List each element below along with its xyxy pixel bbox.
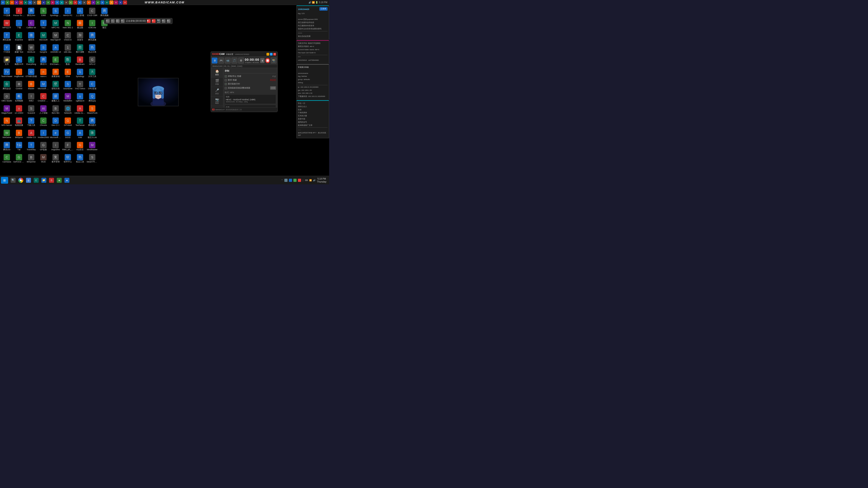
- window-minimize-btn[interactable]: ─: [267, 53, 269, 56]
- top-icon-5[interactable]: ●: [19, 0, 23, 4]
- desktop-icon-mpchc[interactable]: M MPC-HC: [50, 19, 61, 30]
- desktop-icon-tencent20m[interactable]: 腾 腾讯20m: [25, 6, 37, 18]
- bdc-audio-btn[interactable]: 🎵: [231, 58, 237, 64]
- top-icon-10[interactable]: ●: [41, 0, 46, 4]
- desktop-icon-devcpp[interactable]: D Dev C++: [50, 116, 61, 128]
- desktop-icon-yy[interactable]: Y YY直播: [1, 6, 13, 18]
- desktop-icon-teamviewer[interactable]: TV TeamViewer: [1, 67, 13, 79]
- desktop-icon-mediafilm[interactable]: M Mediafilm: [62, 92, 74, 103]
- desktop-icon-camtasia[interactable]: C Camtasia: [1, 153, 13, 164]
- desktop-icon-imgburner[interactable]: I ImgBurner: [13, 67, 25, 79]
- desktop-icon-synology[interactable]: S Synology NAS: [50, 6, 61, 18]
- top-icon-25[interactable]: ●: [110, 0, 114, 4]
- bdc-sidebar-screenshot[interactable]: 📷 截图: [211, 96, 223, 106]
- bdc-checkbox-cursor[interactable]: ✓: [225, 83, 227, 85]
- desktop-icon-adobeacro[interactable]: A Adobe Acrobat: [74, 104, 86, 116]
- desktop-icon-s360[interactable]: S S360: [37, 6, 49, 18]
- desktop-icon-msfonts[interactable]: 微 微软仿: [25, 31, 37, 42]
- top-icon-15[interactable]: ●: [64, 0, 68, 4]
- desktop-icon-escgame[interactable]: E ESCGame EF: [50, 55, 61, 67]
- desktop-icon-ai[interactable]: AI 人工智能: [37, 104, 49, 116]
- top-icon-23[interactable]: ●: [100, 0, 104, 4]
- desktop-icon-creative[interactable]: C Creative Prod: [37, 92, 49, 103]
- top-icon-7[interactable]: ●: [28, 0, 32, 4]
- start-button[interactable]: ⊞: [1, 177, 8, 184]
- rec-crop-btn[interactable]: ✂: [121, 19, 125, 23]
- window-close-btn[interactable]: ✕: [273, 53, 276, 56]
- bdc-game-btn[interactable]: 🎮: [218, 58, 224, 64]
- desktop-icon-focus[interactable]: F Focus-To-Do: [13, 6, 25, 18]
- desktop-icon-otmbs[interactable]: O OTMBS加速: [25, 67, 37, 79]
- desktop-icon-new36g[interactable]: N New 36G 2: [62, 19, 74, 30]
- top-icon-8[interactable]: ●: [33, 0, 37, 4]
- desktop-icon-sanghe[interactable]: S SangHe: [37, 43, 49, 55]
- taskbar-explorer[interactable]: 📁: [40, 177, 48, 184]
- top-icon-11[interactable]: ●: [46, 0, 50, 4]
- desktop-icon-travelsky[interactable]: T TravelSky: [25, 140, 37, 152]
- rec-draw-btn[interactable]: ✏: [162, 19, 165, 23]
- desktop-icon-control[interactable]: ⚙ Control: [13, 79, 25, 91]
- desktop-icon-hottools[interactable]: 热 热点工具: [74, 153, 86, 164]
- desktop-icon-jiasu[interactable]: 加 加速导: [74, 31, 86, 42]
- desktop-icon-tencentimg[interactable]: 腾 腾讯图片: [86, 116, 98, 128]
- top-icon-18[interactable]: ●: [78, 0, 82, 4]
- top-icon-26[interactable]: ●: [114, 0, 118, 4]
- desktop-icon-imgshrs[interactable]: i imgsShrs: [50, 140, 61, 152]
- desktop-icon-qq[interactable]: Q 腾讯QQ: [86, 92, 98, 103]
- desktop-icon-steamthunder[interactable]: S SteamThunder: [86, 153, 98, 164]
- desktop-icon-textdoc[interactable]: 📄 新建 Text: [13, 43, 25, 55]
- desktop-icon-shuxiao[interactable]: 数 数效: [62, 55, 74, 67]
- rec-camera-btn[interactable]: 📷: [157, 19, 160, 23]
- desktop-icon-mindmaster[interactable]: M MindMaster: [86, 140, 98, 152]
- desktop-icon-cru[interactable]: C CRU设置: [86, 79, 98, 91]
- desktop-icon-wps[interactable]: W WPS文字: [1, 19, 13, 30]
- bdc-sidebar-home[interactable]: 🏠 首页: [211, 68, 223, 77]
- desktop-icon-tencent-live[interactable]: T 腾讯直播: [1, 31, 13, 42]
- panel1-login-btn[interactable]: 已登录: [319, 7, 328, 11]
- bdc-settings-btn[interactable]: ⚙: [238, 58, 244, 64]
- desktop-icon-network[interactable]: 🌐 Network: [62, 104, 74, 116]
- bdc-sidebar-record[interactable]: 🎬 录像: [211, 77, 223, 87]
- desktop-icon-invideo[interactable]: I Invideo2000: [37, 128, 49, 140]
- top-icon-14[interactable]: ●: [60, 0, 64, 4]
- top-icon-1[interactable]: ●: [1, 0, 5, 4]
- desktop-icon-checke[interactable]: C Check E: [62, 31, 74, 42]
- desktop-icon-wallpaper[interactable]: 壁 壁纸分类: [50, 79, 61, 91]
- rec-close-btn[interactable]: ✕: [167, 19, 170, 23]
- desktop-icon-adobecs[interactable]: A Adobe CS: [25, 128, 37, 140]
- desktop-icon-git4[interactable]: G GIT4/edi: [62, 116, 74, 128]
- desktop-icon-tangsu[interactable]: 唐 唐素游戏: [50, 67, 61, 79]
- desktop-icon-scaverd[interactable]: S Scaverd: [25, 104, 37, 116]
- desktop-icon-callbar[interactable]: C CallBar 64: [25, 19, 37, 30]
- window-maximize-btn[interactable]: □: [270, 53, 273, 56]
- desktop-icon-tvlive[interactable]: 📺 电视直播: [13, 116, 25, 128]
- tray-up-arrow[interactable]: ⌃: [281, 179, 283, 182]
- desktop-icon-tencentvid[interactable]: 腾 腾讯视频: [98, 6, 110, 18]
- desktop-icon-bitsprint[interactable]: B BitSprint: [13, 128, 25, 140]
- desktop-icon-renren[interactable]: 人 人人影视: [74, 6, 86, 18]
- top-icon-13[interactable]: ●: [55, 0, 59, 4]
- desktop-icon-download[interactable]: ↓ 下载: [13, 19, 25, 30]
- desktop-icon-hotcate[interactable]: 热 热点分类: [86, 43, 98, 55]
- desktop-icon-tencent-meeting[interactable]: 会 腾讯会议: [1, 79, 13, 91]
- desktop-icon-msedge[interactable]: e Microsoft Edge: [50, 128, 61, 140]
- desktop-icon-gp[interactable]: G GP选速: [37, 140, 49, 152]
- desktop-icon-yacl[interactable]: Y YACl Setco: [74, 79, 86, 91]
- desktop-icon-imagipc[interactable]: I IMAGI PC: [62, 6, 74, 18]
- desktop-icon-mud[interactable]: M MUD: [37, 153, 49, 164]
- bdc-checkbox-effect[interactable]: ✓: [225, 87, 227, 89]
- bdc-sidebar-audio[interactable]: 🎤 录音: [211, 87, 223, 96]
- desktop-icon-x2[interactable]: x x2 vX953: [13, 104, 25, 116]
- top-icon-9[interactable]: ●: [37, 0, 41, 4]
- taskbar-search[interactable]: 🔍: [9, 177, 17, 184]
- taskbar-app-extra1[interactable]: ■: [56, 177, 63, 184]
- desktop-icon-softcenter[interactable]: 软 软件中心: [62, 153, 74, 164]
- desktop-icon-tencentt2[interactable]: 腾 腾讯T2: [37, 55, 49, 67]
- desktop-icon-msgf[interactable]: M Microsoft GF: [37, 79, 49, 91]
- rec-rec-btn[interactable]: ●: [152, 19, 156, 23]
- desktop-icon-downtools[interactable]: 下 下载工具: [25, 116, 37, 128]
- taskbar-recycle-bin[interactable]: 🗑: [25, 177, 32, 184]
- top-icon-27[interactable]: ●: [119, 0, 123, 4]
- desktop-icon-magic-panel[interactable]: M MagicPanel: [1, 104, 13, 116]
- desktop-icon-elive[interactable]: E Elive: [62, 67, 74, 79]
